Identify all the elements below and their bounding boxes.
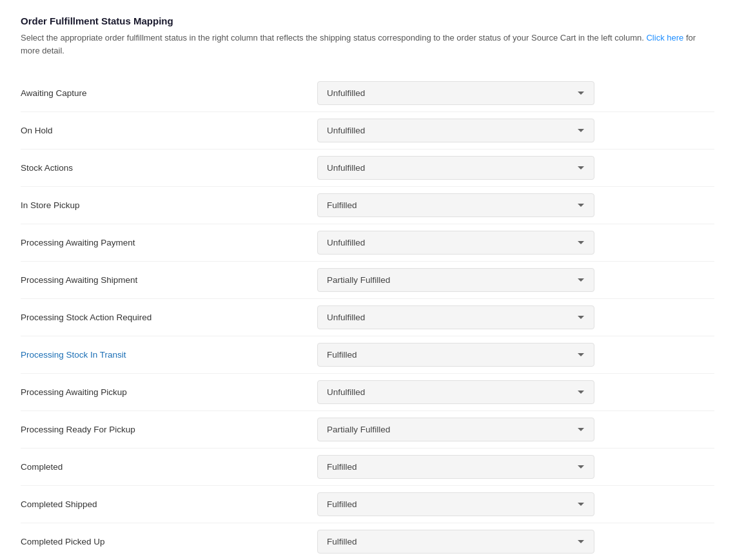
source-label-awaiting-capture: Awaiting Capture [21, 88, 317, 98]
page-title: Order Fulfillment Status Mapping [21, 15, 714, 26]
source-label-completed: Completed [21, 462, 317, 472]
source-label-on-hold: On Hold [21, 126, 317, 135]
source-label-processing-awaiting-pickup: Processing Awaiting Pickup [21, 387, 317, 397]
mapping-table: Awaiting CaptureUnfulfilledFulfilledPart… [21, 75, 714, 560]
fulfillment-select-processing-stock-in-transit[interactable]: UnfulfilledFulfilledPartially Fulfilled [317, 343, 594, 367]
source-label-in-store-pickup: In Store Pickup [21, 200, 317, 210]
mapping-row: Completed Picked UpUnfulfilledFulfilledP… [21, 523, 714, 560]
mapping-row: In Store PickupUnfulfilledFulfilledParti… [21, 187, 714, 224]
source-label-stock-actions: Stock Actions [21, 163, 317, 173]
mapping-row: Processing Awaiting ShipmentUnfulfilledF… [21, 262, 714, 299]
mapping-row: Processing Awaiting PickupUnfulfilledFul… [21, 374, 714, 411]
source-label-processing-awaiting-shipment: Processing Awaiting Shipment [21, 275, 317, 285]
source-label-processing-stock-action-required: Processing Stock Action Required [21, 313, 317, 322]
mapping-row: Stock ActionsUnfulfilledFulfilledPartial… [21, 150, 714, 187]
fulfillment-select-processing-stock-action-required[interactable]: UnfulfilledFulfilledPartially Fulfilled [317, 305, 594, 329]
fulfillment-select-in-store-pickup[interactable]: UnfulfilledFulfilledPartially Fulfilled [317, 193, 594, 217]
description: Select the appropriate order fulfillment… [21, 32, 714, 57]
source-label-completed-picked-up: Completed Picked Up [21, 537, 317, 546]
source-label-completed-shipped: Completed Shipped [21, 499, 317, 509]
source-label-processing-ready-for-pickup: Processing Ready For Pickup [21, 425, 317, 434]
source-label-processing-stock-in-transit: Processing Stock In Transit [21, 350, 317, 360]
mapping-row: Awaiting CaptureUnfulfilledFulfilledPart… [21, 75, 714, 112]
fulfillment-select-completed-picked-up[interactable]: UnfulfilledFulfilledPartially Fulfilled [317, 530, 594, 554]
click-here-link[interactable]: Click here [646, 33, 683, 43]
source-label-processing-awaiting-payment: Processing Awaiting Payment [21, 238, 317, 247]
fulfillment-select-processing-ready-for-pickup[interactable]: UnfulfilledFulfilledPartially Fulfilled [317, 418, 594, 441]
mapping-row: CompletedUnfulfilledFulfilledPartially F… [21, 449, 714, 486]
fulfillment-select-processing-awaiting-payment[interactable]: UnfulfilledFulfilledPartially Fulfilled [317, 231, 594, 255]
mapping-row: On HoldUnfulfilledFulfilledPartially Ful… [21, 112, 714, 150]
mapping-row: Processing Stock In TransitUnfulfilledFu… [21, 336, 714, 374]
mapping-row: Processing Stock Action RequiredUnfulfil… [21, 299, 714, 336]
fulfillment-select-on-hold[interactable]: UnfulfilledFulfilledPartially Fulfilled [317, 119, 594, 142]
fulfillment-select-completed-shipped[interactable]: UnfulfilledFulfilledPartially Fulfilled [317, 492, 594, 516]
mapping-row: Processing Awaiting PaymentUnfulfilledFu… [21, 224, 714, 262]
fulfillment-select-awaiting-capture[interactable]: UnfulfilledFulfilledPartially Fulfilled [317, 81, 594, 105]
fulfillment-select-stock-actions[interactable]: UnfulfilledFulfilledPartially Fulfilled [317, 156, 594, 180]
mapping-row: Processing Ready For PickupUnfulfilledFu… [21, 411, 714, 449]
mapping-row: Completed ShippedUnfulfilledFulfilledPar… [21, 486, 714, 523]
fulfillment-select-completed[interactable]: UnfulfilledFulfilledPartially Fulfilled [317, 455, 594, 479]
fulfillment-select-processing-awaiting-pickup[interactable]: UnfulfilledFulfilledPartially Fulfilled [317, 380, 594, 404]
fulfillment-select-processing-awaiting-shipment[interactable]: UnfulfilledFulfilledPartially Fulfilled [317, 268, 594, 292]
